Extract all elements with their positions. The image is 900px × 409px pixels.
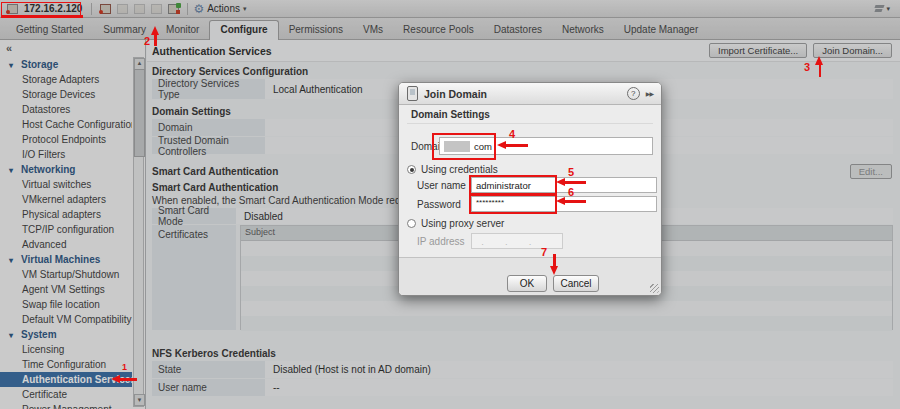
annotation-label-3: 3 (804, 61, 810, 73)
using-credentials-radio[interactable] (407, 165, 416, 174)
sidebar-item-agent-vm-settings[interactable]: Agent VM Settings (0, 282, 132, 297)
sidebar-item-storage-devices[interactable]: Storage Devices (0, 87, 132, 102)
cancel-button[interactable]: Cancel (553, 275, 599, 292)
refresh-host-icon[interactable] (166, 2, 181, 15)
sidebar-group-virtual-machines[interactable]: ▾Virtual Machines (0, 252, 132, 267)
sidebar-item-licensing[interactable]: Licensing (0, 342, 132, 357)
toolbar-divider (187, 3, 188, 15)
sidebar-item-default-vm-compatibility[interactable]: Default VM Compatibility (0, 312, 132, 327)
annotation-box-domain-field (432, 133, 496, 160)
row-label: Directory Services Type (152, 79, 265, 99)
annotation-label-7: 7 (541, 246, 547, 258)
annotation-label-5: 5 (568, 166, 574, 178)
panel-header: Authentication Services Import Certifica… (147, 40, 900, 62)
sidebar-item-advanced[interactable]: Advanced (0, 237, 132, 252)
sidebar-scrollbar[interactable]: ▲ ▼ (133, 57, 144, 407)
annotation-box-password-field (469, 194, 557, 214)
gear-icon: ⚙ (193, 3, 204, 15)
chevron-down-icon: ▾ (9, 253, 21, 268)
annotation-label-2: 2 (144, 35, 150, 47)
row-value: Disabled (Host is not in AD domain) (265, 361, 893, 378)
row-label: Smart Card Mode (152, 208, 236, 224)
ok-button[interactable]: OK (507, 275, 547, 292)
tab-getting-started[interactable]: Getting Started (6, 21, 93, 39)
smart-card-subheading: Smart Card Authentication (152, 182, 278, 193)
nfs-user-row: User name -- (152, 379, 893, 396)
tab-networks[interactable]: Networks (552, 21, 614, 39)
sidebar-group-system[interactable]: ▾System (0, 327, 132, 342)
shutdown-host-icon[interactable] (98, 2, 113, 15)
chevron-down-icon: ▾ (9, 328, 21, 343)
resize-grip[interactable] (650, 284, 659, 293)
chevron-down-icon: ▾ (9, 58, 21, 73)
dialog-title: Join Domain (424, 88, 487, 100)
toolbar-divider (91, 3, 92, 15)
annotation-box-username-field (469, 175, 557, 195)
row-label: User name (152, 379, 265, 396)
maintenance-mode-icon (115, 2, 130, 15)
import-certificate-button[interactable]: Import Certificate... (709, 43, 807, 58)
annotation-arrow-shaft (120, 378, 137, 381)
collapse-sidebar-icon[interactable]: « (6, 42, 12, 54)
sidebar-item-swap-file-location[interactable]: Swap file location (0, 297, 132, 312)
join-domain-button[interactable]: Join Domain... (813, 43, 892, 58)
object-tab-bar: Getting Started Summary Monitor Configur… (0, 18, 900, 40)
tab-datastores[interactable]: Datastores (484, 21, 552, 39)
tab-resource-pools[interactable]: Resource Pools (393, 21, 484, 39)
ip-address-label: IP address (417, 236, 465, 247)
scrollbar-thumb[interactable] (134, 69, 145, 157)
using-proxy-radio[interactable] (407, 219, 416, 228)
top-toolbar: 172.16.2.120 ⚙ Actions ▾ ▾ (0, 0, 900, 18)
ip-address-placeholder: . . . (476, 236, 531, 247)
password-label: Password (417, 199, 461, 210)
tab-configure[interactable]: Configure (209, 20, 278, 40)
page-title: Authentication Services (152, 45, 272, 57)
using-credentials-label[interactable]: Using credentials (421, 164, 498, 175)
sidebar-item-time-configuration[interactable]: Time Configuration (0, 357, 132, 372)
edit-button[interactable]: Edit... (850, 164, 892, 179)
scroll-down-icon[interactable]: ▼ (134, 394, 145, 406)
sidebar-item-physical-adapters[interactable]: Physical adapters (0, 207, 132, 222)
dialog-section-heading: Domain Settings (411, 109, 490, 120)
tab-update-manager[interactable]: Update Manager (614, 21, 709, 39)
expand-dialog-icon[interactable]: ▶▶ (646, 90, 653, 97)
sidebar-item-vmkernel-adapters[interactable]: VMkernel adapters (0, 192, 132, 207)
annotation-underline-host-ip (1, 15, 83, 18)
sidebar-item-io-filters[interactable]: I/O Filters (0, 147, 132, 162)
certificates-label: Certificates (152, 225, 236, 330)
annotation-arrow-ok (550, 266, 558, 275)
ip-address-input: . . . (471, 233, 563, 249)
annotation-arrow-shaft (506, 144, 528, 147)
actions-menu[interactable]: Actions (207, 3, 240, 14)
sidebar-group-networking[interactable]: ▾Networking (0, 162, 132, 177)
sidebar-item-protocol-endpoints[interactable]: Protocol Endpoints (0, 132, 132, 147)
sidebar-item-datastores[interactable]: Datastores (0, 102, 132, 117)
related-objects-icon[interactable]: ▾ (875, 5, 890, 13)
dialog-title-bar[interactable]: Join Domain ? ▶▶ (399, 83, 661, 105)
using-proxy-label[interactable]: Using proxy server (421, 218, 504, 229)
sidebar-item-vm-startup-shutdown[interactable]: VM Startup/Shutdown (0, 267, 132, 282)
annotation-label-4: 4 (509, 128, 515, 140)
sidebar-group-storage[interactable]: ▾Storage (0, 57, 132, 72)
annotation-label-6: 6 (568, 186, 574, 198)
tab-monitor[interactable]: Monitor (156, 21, 209, 39)
sidebar-item-tcpip-configuration[interactable]: TCP/IP configuration (0, 222, 132, 237)
annotation-box-host-ip (1, 2, 81, 16)
smart-card-heading: Smart Card Authentication (152, 166, 278, 177)
annotation-arrow-username (556, 178, 565, 186)
enter-standby-icon (132, 2, 147, 15)
sidebar-item-virtual-switches[interactable]: Virtual switches (0, 177, 132, 192)
chevron-down-icon: ▾ (9, 163, 21, 178)
sidebar-item-certificate[interactable]: Certificate (0, 387, 132, 402)
actions-caret-icon[interactable]: ▾ (243, 5, 247, 13)
section-divider (407, 123, 653, 124)
sidebar-tree: ▾Storage Storage Adapters Storage Device… (0, 57, 132, 409)
help-icon[interactable]: ? (627, 87, 640, 100)
sidebar-item-storage-adapters[interactable]: Storage Adapters (0, 72, 132, 87)
tab-vms[interactable]: VMs (353, 21, 393, 39)
tab-permissions[interactable]: Permissions (279, 21, 353, 39)
table-row (241, 301, 892, 316)
row-label: State (152, 361, 265, 378)
sidebar-item-host-cache[interactable]: Host Cache Configuration (0, 117, 132, 132)
sidebar-item-power-management[interactable]: Power Management (0, 402, 132, 409)
